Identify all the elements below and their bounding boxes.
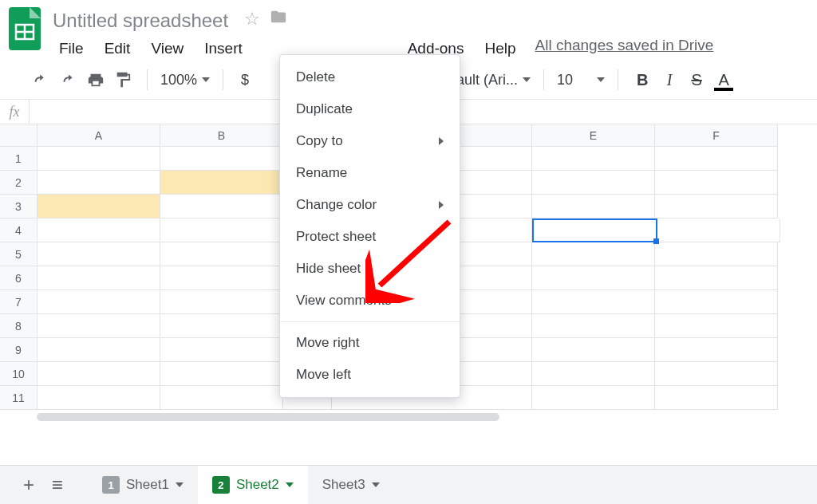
document-title[interactable]: Untitled spreadsheet — [53, 10, 228, 32]
cell[interactable] — [655, 147, 778, 171]
cell[interactable] — [37, 171, 160, 195]
cell[interactable] — [655, 386, 778, 410]
cell[interactable] — [160, 171, 283, 195]
cell[interactable] — [37, 219, 160, 242]
chevron-right-icon — [439, 201, 444, 209]
row-header[interactable]: 8 — [0, 314, 37, 338]
menu-insert[interactable]: Insert — [195, 37, 252, 61]
add-sheet-button[interactable]: + — [14, 471, 43, 499]
tab-sheet2[interactable]: 2 Sheet2 — [198, 466, 308, 504]
menu-hide-sheet[interactable]: Hide sheet — [280, 253, 460, 285]
column-header[interactable]: F — [655, 124, 778, 147]
menu-protect-sheet[interactable]: Protect sheet — [280, 221, 460, 253]
cell[interactable] — [160, 362, 283, 386]
menu-view-comments[interactable]: View comments — [280, 285, 460, 317]
cell[interactable] — [655, 290, 778, 314]
all-sheets-button[interactable]: ≡ — [43, 471, 72, 499]
cell[interactable] — [657, 219, 780, 242]
cell[interactable] — [655, 362, 778, 386]
cell[interactable] — [532, 386, 655, 410]
tab-sheet3[interactable]: Sheet3 — [308, 466, 394, 504]
cell[interactable] — [655, 195, 778, 219]
strikethrough-button[interactable]: S — [685, 71, 708, 89]
paint-format-icon[interactable] — [112, 69, 134, 91]
folder-icon[interactable] — [270, 8, 287, 30]
row-header[interactable]: 2 — [0, 171, 37, 195]
column-header[interactable]: E — [532, 124, 655, 147]
menu-move-left[interactable]: Move left — [280, 359, 460, 391]
menu-view[interactable]: View — [141, 37, 193, 61]
horizontal-scrollbar[interactable] — [0, 411, 817, 423]
cell[interactable] — [37, 314, 160, 338]
bold-button[interactable]: B — [631, 71, 653, 89]
row-header[interactable]: 4 — [0, 219, 37, 242]
redo-icon[interactable] — [57, 69, 80, 91]
tab-sheet1[interactable]: 1 Sheet1 — [88, 466, 198, 504]
row-header[interactable]: 1 — [0, 147, 37, 171]
cell[interactable] — [37, 242, 160, 266]
font-size-selector[interactable]: 10 — [557, 72, 605, 89]
menu-file[interactable]: File — [49, 37, 93, 61]
menu-rename[interactable]: Rename — [280, 157, 460, 189]
cell[interactable] — [532, 290, 655, 314]
cell[interactable] — [37, 338, 160, 362]
caret-down-icon[interactable] — [372, 482, 380, 487]
cell[interactable] — [160, 266, 283, 290]
cell[interactable] — [532, 314, 655, 338]
star-icon[interactable]: ☆ — [244, 9, 260, 30]
cell[interactable] — [160, 290, 283, 314]
cell[interactable] — [37, 195, 160, 219]
cell[interactable] — [655, 242, 778, 266]
cell[interactable] — [37, 147, 160, 171]
row-header[interactable]: 6 — [0, 266, 37, 290]
save-status[interactable]: All changes saved in Drive — [535, 37, 714, 61]
cell[interactable] — [655, 314, 778, 338]
row-header[interactable]: 11 — [0, 386, 37, 410]
cell[interactable] — [160, 219, 283, 242]
cell-active[interactable] — [532, 219, 657, 242]
cell[interactable] — [532, 147, 655, 171]
menu-edit[interactable]: Edit — [95, 37, 140, 61]
zoom-selector[interactable]: 100% — [160, 72, 210, 89]
cell[interactable] — [37, 362, 160, 386]
cell[interactable] — [532, 242, 655, 266]
cell[interactable] — [532, 362, 655, 386]
select-all-corner[interactable] — [0, 124, 37, 147]
cell[interactable] — [37, 266, 160, 290]
undo-icon[interactable] — [30, 69, 53, 91]
cell[interactable] — [160, 338, 283, 362]
cell[interactable] — [37, 386, 160, 410]
cell[interactable] — [532, 171, 655, 195]
menu-copy-to[interactable]: Copy to — [280, 125, 460, 157]
cell[interactable] — [655, 338, 778, 362]
caret-down-icon[interactable] — [286, 482, 294, 487]
print-icon[interactable] — [85, 69, 107, 91]
cell[interactable] — [532, 266, 655, 290]
cell[interactable] — [655, 171, 778, 195]
cell[interactable] — [160, 314, 283, 338]
text-color-button[interactable]: A — [712, 71, 735, 89]
cell[interactable] — [37, 290, 160, 314]
menu-duplicate[interactable]: Duplicate — [280, 93, 460, 125]
currency-format[interactable]: $ — [236, 72, 254, 89]
row-header[interactable]: 3 — [0, 195, 37, 219]
row-header[interactable]: 5 — [0, 242, 37, 266]
menu-change-color[interactable]: Change color — [280, 189, 460, 221]
row-header[interactable]: 7 — [0, 290, 37, 314]
cell[interactable] — [532, 338, 655, 362]
caret-down-icon[interactable] — [176, 482, 184, 487]
cell[interactable] — [160, 386, 283, 410]
cell[interactable] — [160, 147, 283, 171]
menu-delete[interactable]: Delete — [280, 61, 460, 93]
column-header[interactable]: A — [37, 124, 160, 147]
column-header[interactable]: B — [160, 124, 283, 147]
italic-button[interactable]: I — [658, 71, 681, 89]
cell[interactable] — [655, 266, 778, 290]
menu-move-right[interactable]: Move right — [280, 327, 460, 359]
cell[interactable] — [160, 242, 283, 266]
cell[interactable] — [160, 195, 283, 219]
menu-help[interactable]: Help — [475, 37, 525, 61]
row-header[interactable]: 9 — [0, 338, 37, 362]
row-header[interactable]: 10 — [0, 362, 37, 386]
cell[interactable] — [532, 195, 655, 219]
